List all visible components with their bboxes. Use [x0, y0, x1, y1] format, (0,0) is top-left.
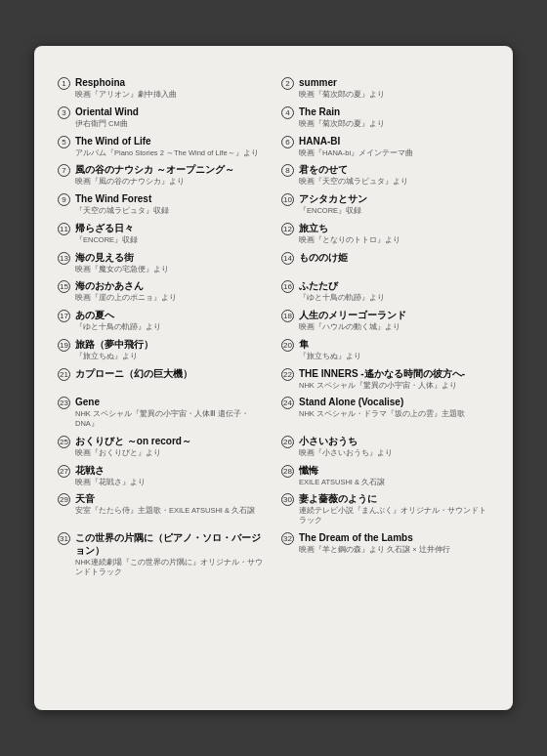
track-content: おくりびと ～on record～映画『おくりびと』より	[75, 435, 266, 458]
track-content: The Wind Forest『天空の城ラピュタ』収録	[75, 192, 266, 216]
track-subtitle: NHK スペシャル・ドラマ『坂の上の雲』主題歌	[299, 409, 489, 419]
track-subtitle: 映画『おくりびと』より	[75, 448, 266, 458]
track-content: 旅路（夢中飛行）『旅立ちぬ』より	[75, 338, 266, 361]
track-number: 1	[58, 76, 75, 90]
track-subtitle: 『旅立ちぬ』より	[299, 352, 489, 361]
track-title: もののけ姫	[299, 251, 489, 264]
track-number: 18	[281, 309, 299, 322]
track-number: 29	[58, 492, 75, 506]
track-number: 15	[58, 279, 75, 293]
track-content: HANA-BI映画『HANA-bi』メインテーマ曲	[299, 135, 489, 158]
track-number: 24	[281, 396, 299, 409]
track-number: 25	[58, 435, 75, 448]
track-content: この世界の片隅に（ピアノ・ソロ・バージョン）NHK連続劇場『この世界の片隅に』オ…	[75, 531, 266, 577]
track-title: The Dream of the Lambs	[299, 531, 489, 544]
track-item: 22THE INNERS -遙かなる時間の彼方へ-NHK スペシャル『驚異の小宇…	[281, 364, 489, 394]
track-title: 帰らざる日々	[75, 222, 266, 234]
track-item: 24Stand Alone (Vocalise)NHK スペシャル・ドラマ『坂の…	[281, 393, 489, 432]
track-item: 31この世界の片隅に（ピアノ・ソロ・バージョン）NHK連続劇場『この世界の片隅に…	[58, 528, 266, 580]
track-item: 17あの夏へ『ゆと十鳥の軌跡』より	[58, 306, 266, 335]
track-title: 海の見える街	[75, 251, 266, 264]
track-title: 妻よ薔薇のように	[299, 492, 489, 505]
track-content: 海のおかあさん映画『崖の上のポニョ』より	[75, 279, 266, 303]
track-number: 14	[281, 251, 299, 265]
track-subtitle: 映画『菊次郎の夏』より	[299, 90, 489, 100]
track-item: 18人生のメリーゴーランド映画『ハウルの動く城』より	[281, 306, 489, 335]
track-subtitle: EXILE ATSUSHI & 久石譲	[299, 478, 489, 487]
track-number: 2	[281, 76, 299, 90]
track-item: 26小さいおうち映画『小さいおうち』より	[281, 432, 489, 461]
track-content: Stand Alone (Vocalise)NHK スペシャル・ドラマ『坂の上の…	[299, 396, 489, 419]
track-title: ふたたび	[299, 279, 489, 292]
track-item: 15海のおかあさん映画『崖の上のポニョ』より	[58, 276, 266, 306]
track-subtitle: NHK スペシャル『驚異の小宇宙・人体Ⅲ 遺伝子・DNA』	[75, 409, 266, 429]
track-item: 16ふたたび『ゆと十鳥の軌跡』より	[281, 276, 489, 306]
track-item: 28懺悔EXILE ATSUSHI & 久石譲	[281, 461, 489, 490]
track-title: Stand Alone (Vocalise)	[299, 396, 489, 408]
track-number: 23	[58, 396, 75, 409]
track-subtitle: 安室『たたら侍』主題歌・EXILE ATSUSHI & 久石譲	[75, 506, 266, 516]
track-content: The Wind of Lifeアルバム『Piano Stories 2 ～Th…	[75, 135, 266, 158]
track-content: Resphoina映画『アリオン』劇中挿入曲	[75, 76, 266, 100]
track-item: 19旅路（夢中飛行）『旅立ちぬ』より	[58, 335, 266, 364]
track-item: 9The Wind Forest『天空の城ラピュタ』収録	[58, 189, 266, 219]
track-title: 懺悔	[299, 464, 489, 477]
track-content: Oriental Wind伊右衛門 CM曲	[75, 105, 266, 129]
track-title: summer	[299, 76, 489, 89]
track-title: おくりびと ～on record～	[75, 435, 266, 447]
track-number: 13	[58, 251, 75, 265]
track-item: 29天音安室『たたら侍』主題歌・EXILE ATSUSHI & 久石譲	[58, 489, 266, 528]
track-title: 隼	[299, 338, 489, 351]
track-number: 20	[281, 338, 299, 352]
track-item: 32The Dream of the Lambs映画『羊と鋼の森』より 久石譲 …	[281, 528, 489, 580]
track-number: 11	[58, 222, 75, 235]
track-subtitle: NHK連続劇場『この世界の片隅に』オリジナル・サウンドトラック	[75, 558, 266, 577]
track-number: 26	[281, 435, 299, 448]
track-title: The Rain	[299, 105, 489, 118]
track-item: 7風の谷のナウシカ ～オープニング～映画『風の谷のナウシカ』より	[58, 160, 266, 189]
track-title: Resphoina	[75, 76, 266, 89]
track-content: 人生のメリーゴーランド映画『ハウルの動く城』より	[299, 309, 489, 332]
track-subtitle: 映画『天空の城ラピュタ』より	[299, 177, 489, 187]
track-content: 海の見える街映画『魔女の宅急便』より	[75, 251, 266, 274]
track-content: ふたたび『ゆと十鳥の軌跡』より	[299, 279, 489, 303]
track-content: カプローニ（幻の巨大機）	[75, 367, 266, 380]
track-number: 19	[58, 338, 75, 352]
track-list-card: 1Resphoina映画『アリオン』劇中挿入曲2summer映画『菊次郎の夏』よ…	[34, 46, 513, 710]
track-subtitle: 『ENCORE』収録	[75, 235, 266, 245]
track-content: 隼『旅立ちぬ』より	[299, 338, 489, 361]
track-subtitle: 『ゆと十鳥の軌跡』より	[299, 293, 489, 303]
track-title: 旅路（夢中飛行）	[75, 338, 266, 351]
track-item: 21カプローニ（幻の巨大機）	[58, 364, 266, 394]
track-number: 32	[281, 531, 299, 545]
track-content: アシタカとサン『ENCORE』収録	[299, 192, 489, 216]
track-title: The Wind Forest	[75, 192, 266, 205]
track-title: Gene	[75, 396, 266, 408]
track-item: 27花戦さ映画『花戦さ』より	[58, 461, 266, 490]
track-item: 11帰らざる日々『ENCORE』収録	[58, 219, 266, 248]
track-item: 25おくりびと ～on record～映画『おくりびと』より	[58, 432, 266, 461]
track-content: 旅立ち映画『となりのトトロ』より	[299, 222, 489, 245]
track-title: 旅立ち	[299, 222, 489, 234]
track-subtitle: 『旅立ちぬ』より	[75, 352, 266, 361]
track-content: summer映画『菊次郎の夏』より	[299, 76, 489, 100]
track-subtitle: 映画『ハウルの動く城』より	[299, 322, 489, 332]
track-subtitle: 伊右衛門 CM曲	[75, 119, 266, 129]
track-item: 6HANA-BI映画『HANA-bi』メインテーマ曲	[281, 132, 489, 161]
track-title: 君をのせて	[299, 163, 489, 176]
track-content: 妻よ薔薇のように連続テレビ小説『まんぷく』オリジナル・サウンドトラック	[299, 492, 489, 525]
track-subtitle: 映画『小さいおうち』より	[299, 448, 489, 458]
track-item: 30妻よ薔薇のように連続テレビ小説『まんぷく』オリジナル・サウンドトラック	[281, 489, 489, 528]
track-item: 2summer映画『菊次郎の夏』より	[281, 73, 489, 103]
track-title: アシタカとサン	[299, 192, 489, 205]
track-content: THE INNERS -遙かなる時間の彼方へ-NHK スペシャル『驚異の小宇宙・…	[299, 367, 489, 391]
track-subtitle: 『天空の城ラピュタ』収録	[75, 206, 266, 216]
track-title: 海のおかあさん	[75, 279, 266, 292]
track-content: 君をのせて映画『天空の城ラピュタ』より	[299, 163, 489, 187]
track-content: 天音安室『たたら侍』主題歌・EXILE ATSUSHI & 久石譲	[75, 492, 266, 516]
track-item: 20隼『旅立ちぬ』より	[281, 335, 489, 364]
track-number: 21	[58, 367, 75, 381]
track-number: 9	[58, 192, 75, 206]
track-number: 31	[58, 531, 75, 545]
track-item: 23GeneNHK スペシャル『驚異の小宇宙・人体Ⅲ 遺伝子・DNA』	[58, 393, 266, 432]
